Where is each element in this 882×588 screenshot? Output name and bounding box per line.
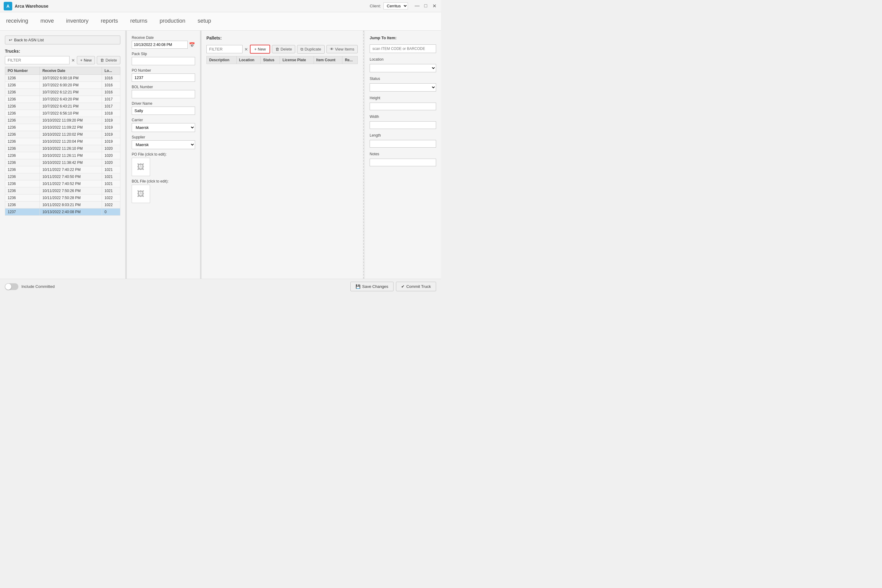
pallets-table: Description Location Status License Plat… xyxy=(206,56,358,64)
truck-loc: 0 xyxy=(102,208,120,216)
length-field-label: Length xyxy=(370,133,436,138)
col-po-number: PO Number xyxy=(5,67,40,75)
table-row[interactable]: 1236 10/10/2022 11:20:04 PM 1019 xyxy=(5,138,120,145)
nav-item-reports[interactable]: reports xyxy=(101,16,118,26)
table-row[interactable]: 1236 10/7/2022 6:12:21 PM 1016 xyxy=(5,89,120,96)
truck-date: 10/7/2022 6:12:21 PM xyxy=(40,89,102,96)
pallets-delete-button[interactable]: 🗑 Delete xyxy=(272,45,296,53)
nav-item-production[interactable]: production xyxy=(159,16,185,26)
supplier-label: Supplier xyxy=(132,135,195,140)
table-row[interactable]: 1236 10/7/2022 6:00:20 PM 1016 xyxy=(5,82,120,89)
truck-date: 10/10/2022 11:20:04 PM xyxy=(40,138,102,145)
truck-loc: 1021 xyxy=(102,180,120,188)
nav-item-move[interactable]: move xyxy=(40,16,54,26)
table-row[interactable]: 1236 10/7/2022 6:56:10 PM 1018 xyxy=(5,110,120,117)
table-row[interactable]: 1237 10/13/2022 2:40:08 PM 0 xyxy=(5,208,120,216)
client-select[interactable]: Cerritus xyxy=(383,3,408,9)
table-row[interactable]: 1236 10/10/2022 11:09:20 PM 1019 xyxy=(5,117,120,124)
table-row[interactable]: 1236 10/11/2022 7:40:50 PM 1021 xyxy=(5,173,120,180)
close-button[interactable]: ✕ xyxy=(431,3,437,9)
table-row[interactable]: 1236 10/11/2022 8:03:21 PM 1022 xyxy=(5,201,120,208)
main-content: ↩ Back to ASN List Trucks: ✕ + New 🗑 Del… xyxy=(0,31,441,279)
truck-po: 1236 xyxy=(5,103,40,110)
image-icon-bol: 🖼 xyxy=(137,190,144,198)
trucks-filter-input[interactable] xyxy=(5,56,69,64)
truck-date: 10/10/2022 11:20:02 PM xyxy=(40,131,102,138)
pallets-filter-clear-icon[interactable]: ✕ xyxy=(244,47,248,52)
nav-item-inventory[interactable]: inventory xyxy=(66,16,88,26)
pack-slip-label: Pack Slip xyxy=(132,52,195,56)
truck-loc: 1021 xyxy=(102,166,120,173)
truck-loc: 1022 xyxy=(102,195,120,201)
trucks-table-wrapper: PO Number Receive Date Lo... 1236 10/7/2… xyxy=(5,67,120,274)
trucks-new-button[interactable]: + New xyxy=(77,56,95,64)
width-field-label: Width xyxy=(370,114,436,119)
table-row[interactable]: 1236 10/11/2022 7:50:26 PM 1021 xyxy=(5,188,120,195)
truck-po: 1236 xyxy=(5,195,40,201)
bol-file-box[interactable]: 🖼 xyxy=(132,184,150,203)
table-row[interactable]: 1236 10/10/2022 11:38:42 PM 1020 xyxy=(5,159,120,166)
driver-name-input[interactable] xyxy=(132,106,195,115)
pack-slip-input[interactable] xyxy=(132,57,195,65)
location-select[interactable] xyxy=(370,64,436,72)
trucks-delete-button[interactable]: 🗑 Delete xyxy=(97,56,120,64)
truck-date: 10/7/2022 6:00:20 PM xyxy=(40,82,102,89)
truck-date: 10/10/2022 11:09:22 PM xyxy=(40,124,102,131)
trucks-section-title: Trucks: xyxy=(5,49,120,54)
table-row[interactable]: 1236 10/11/2022 7:50:28 PM 1022 xyxy=(5,195,120,201)
table-row[interactable]: 1236 10/11/2022 7:40:22 PM 1021 xyxy=(5,166,120,173)
pallets-new-button[interactable]: + New xyxy=(250,45,270,54)
status-select[interactable] xyxy=(370,83,436,92)
height-field-label: Height xyxy=(370,96,436,100)
duplicate-icon: ⧉ xyxy=(300,47,303,52)
length-input[interactable] xyxy=(370,140,436,148)
truck-date: 10/10/2022 11:26:10 PM xyxy=(40,145,102,152)
pallets-filter-input[interactable] xyxy=(206,45,243,53)
truck-date: 10/7/2022 6:43:20 PM xyxy=(40,96,102,103)
client-label: Client: xyxy=(370,4,381,8)
trucks-filter-clear-icon[interactable]: ✕ xyxy=(71,58,75,63)
table-row[interactable]: 1236 10/10/2022 11:26:11 PM 1020 xyxy=(5,152,120,159)
truck-po: 1236 xyxy=(5,201,40,208)
window-controls: — □ ✕ xyxy=(414,3,437,9)
save-changes-button[interactable]: 💾 Save Changes xyxy=(350,282,393,291)
truck-date: 10/11/2022 7:40:52 PM xyxy=(40,180,102,188)
bol-number-input[interactable] xyxy=(132,90,195,98)
calendar-icon[interactable]: 📅 xyxy=(189,42,195,48)
truck-date: 10/11/2022 7:40:50 PM xyxy=(40,173,102,180)
table-row[interactable]: 1236 10/7/2022 6:43:21 PM 1017 xyxy=(5,103,120,110)
pallets-duplicate-button[interactable]: ⧉ Duplicate xyxy=(297,45,324,54)
pallets-toolbar: ✕ + New 🗑 Delete ⧉ Duplicate 👁 View Item… xyxy=(206,45,358,54)
table-row[interactable]: 1236 10/11/2022 7:40:52 PM 1021 xyxy=(5,180,120,188)
nav-item-setup[interactable]: setup xyxy=(198,16,211,26)
right-panel: Jump To Item: Location Status Height Wid… xyxy=(364,31,441,279)
truck-po: 1236 xyxy=(5,159,40,166)
titlebar: A Arca Warehouse Client: Cerritus — □ ✕ xyxy=(0,0,441,12)
pallets-view-items-button[interactable]: 👁 View Items xyxy=(327,45,358,53)
trucks-filter-row: ✕ + New 🗑 Delete xyxy=(5,56,120,64)
driver-name-label: Driver Name xyxy=(132,101,195,106)
po-number-input[interactable] xyxy=(132,74,195,82)
supplier-select[interactable]: Maersk xyxy=(132,140,195,149)
table-row[interactable]: 1236 10/10/2022 11:09:22 PM 1019 xyxy=(5,124,120,131)
table-row[interactable]: 1236 10/10/2022 11:26:10 PM 1020 xyxy=(5,145,120,152)
include-committed-toggle[interactable] xyxy=(5,283,18,290)
nav-item-receiving[interactable]: receiving xyxy=(6,16,28,26)
table-row[interactable]: 1236 10/10/2022 11:20:02 PM 1019 xyxy=(5,131,120,138)
table-row[interactable]: 1236 10/7/2022 6:00:18 PM 1016 xyxy=(5,75,120,82)
back-to-asn-button[interactable]: ↩ Back to ASN List xyxy=(5,36,120,44)
width-input[interactable] xyxy=(370,121,436,129)
notes-input[interactable] xyxy=(370,159,436,166)
jump-input[interactable] xyxy=(370,44,436,53)
height-input[interactable] xyxy=(370,103,436,110)
po-file-box[interactable]: 🖼 xyxy=(132,158,150,176)
truck-loc: 1016 xyxy=(102,75,120,82)
table-row[interactable]: 1236 10/7/2022 6:43:20 PM 1017 xyxy=(5,96,120,103)
minimize-button[interactable]: — xyxy=(414,3,420,9)
nav-item-returns[interactable]: returns xyxy=(130,16,147,26)
carrier-select[interactable]: Maersk xyxy=(132,123,195,132)
truck-loc: 1016 xyxy=(102,82,120,89)
commit-truck-button[interactable]: ✔ Commit Truck xyxy=(396,282,436,291)
receive-date-input[interactable] xyxy=(132,41,188,49)
maximize-button[interactable]: □ xyxy=(423,3,429,9)
